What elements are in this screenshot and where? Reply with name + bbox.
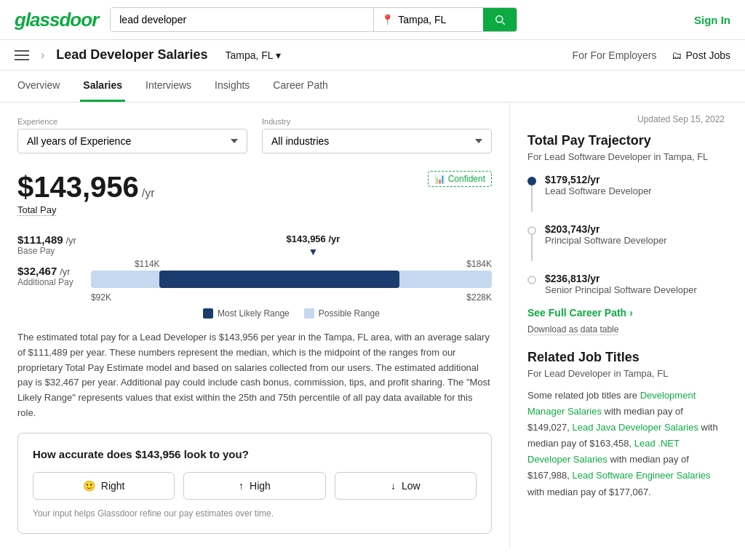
base-pay-amount: $111,489 /yr bbox=[17, 233, 76, 246]
likely-range-bar bbox=[159, 271, 400, 288]
updated-date: Updated Sep 15, 2022 bbox=[527, 114, 725, 124]
experience-dropdown[interactable]: All years of Experience bbox=[17, 129, 247, 153]
dev-manager-link[interactable]: Development Manager Salaries bbox=[527, 390, 696, 417]
hamburger-line bbox=[15, 55, 29, 56]
experience-label: Experience bbox=[17, 117, 247, 126]
range-bar-section: $143,956 /yr ▼ $114K $184K $92K bbox=[91, 233, 492, 319]
breadcrumb-separator: › bbox=[41, 49, 44, 62]
chevron-right-icon: › bbox=[629, 307, 633, 319]
total-pay-label[interactable]: Total Pay bbox=[17, 204, 56, 216]
salary-description: The estimated total pay for a Lead Devel… bbox=[17, 330, 492, 421]
trajectory-role-1: Lead Software Developer bbox=[545, 185, 652, 196]
trajectory-line-2 bbox=[531, 235, 533, 261]
tab-interviews[interactable]: Interviews bbox=[143, 71, 194, 102]
likely-legend-label: Most Likely Range bbox=[218, 308, 290, 319]
range-high-label: $184K bbox=[466, 259, 492, 269]
post-jobs-button[interactable]: 🗂 Post Jobs bbox=[672, 49, 730, 61]
accuracy-buttons: 🙂 Right ↑ High ↓ Low bbox=[33, 472, 477, 500]
related-subtitle: For Lead Developer in Tampa, FL bbox=[527, 368, 725, 379]
likely-legend-item: Most Likely Range bbox=[203, 308, 290, 319]
industry-group: Industry All industries bbox=[262, 117, 492, 153]
logo[interactable]: glassdoor bbox=[15, 9, 98, 31]
trajectory-role-2: Principal Software Developer bbox=[545, 235, 667, 246]
hamburger-line bbox=[15, 59, 29, 60]
possible-legend-item: Possible Range bbox=[304, 308, 380, 319]
accuracy-low-button[interactable]: ↓ Low bbox=[335, 472, 477, 500]
bar-labels: $92K $228K bbox=[91, 292, 492, 303]
accuracy-high-button[interactable]: ↑ High bbox=[183, 472, 325, 500]
experience-group: Experience All years of Experience bbox=[17, 117, 247, 153]
base-pay-label: Base Pay bbox=[17, 246, 76, 256]
briefcase-icon: 🗂 bbox=[672, 49, 682, 61]
trajectory-item-2: $203,743/yr Principal Software Developer bbox=[527, 223, 725, 261]
additional-pay-amount: $32,467 /yr bbox=[17, 265, 76, 277]
possible-legend-dot bbox=[304, 308, 314, 319]
tab-insights[interactable]: Insights bbox=[212, 71, 252, 102]
search-input[interactable] bbox=[111, 8, 373, 31]
bar-legend: Most Likely Range Possible Range bbox=[91, 308, 492, 319]
page-title: Lead Developer Salaries bbox=[56, 47, 207, 63]
location-badge[interactable]: Tampa, FL bbox=[225, 49, 281, 61]
lead-software-eng-link[interactable]: Lead Software Engineer Salaries bbox=[572, 470, 710, 481]
salary-section: 📊 Confident $143,956 /yr Total Pay bbox=[17, 171, 492, 228]
nav-tabs: Overview Salaries Interviews Insights Ca… bbox=[0, 71, 745, 103]
industry-dropdown[interactable]: All industries bbox=[262, 129, 492, 153]
see-career-path-link[interactable]: See Full Career Path › bbox=[527, 307, 725, 319]
main-salary-value: $143,956 bbox=[17, 171, 139, 203]
main-salary-period: /yr bbox=[142, 187, 155, 199]
download-data-link[interactable]: Download as data table bbox=[527, 324, 618, 335]
location-pin-icon: 📍 bbox=[381, 14, 394, 25]
header: glassdoor 📍 Sign In bbox=[0, 0, 745, 40]
trajectory-dot-2 bbox=[527, 226, 536, 235]
pay-details: $111,489 /yr Base Pay $32,467 /yr Additi… bbox=[17, 233, 76, 287]
trajectory-dot-3 bbox=[527, 276, 536, 284]
search-button[interactable] bbox=[483, 8, 517, 31]
additional-pay-label: Additional Pay bbox=[17, 277, 76, 287]
location-input[interactable] bbox=[398, 14, 471, 25]
trajectory-salary-3: $236,813/yr bbox=[545, 273, 697, 284]
location-wrapper: 📍 bbox=[374, 8, 483, 31]
for-employers-link[interactable]: For For Employers bbox=[573, 49, 657, 61]
trajectory-line bbox=[531, 185, 533, 212]
sub-header: › Lead Developer Salaries Tampa, FL For … bbox=[0, 40, 745, 71]
related-title: Related Job Titles bbox=[527, 350, 725, 365]
trajectory-dot-active bbox=[527, 177, 536, 185]
bar-low-label: $92K bbox=[91, 292, 111, 303]
median-salary-label: $143,956 /yr bbox=[287, 233, 340, 244]
tab-salaries[interactable]: Salaries bbox=[80, 71, 125, 102]
main-salary-display: $143,956 /yr bbox=[17, 171, 492, 204]
left-panel: Experience All years of Experience Indus… bbox=[0, 103, 509, 548]
trajectory-salary-2: $203,743/yr bbox=[545, 223, 667, 235]
median-arrow-icon: ▼ bbox=[308, 246, 319, 257]
tab-overview[interactable]: Overview bbox=[15, 71, 63, 102]
trajectory-role-3: Senior Principal Software Developer bbox=[545, 284, 697, 295]
accuracy-box: How accurate does $143,956 look to you? … bbox=[17, 433, 492, 534]
search-bar: 📍 bbox=[110, 7, 517, 32]
lead-net-link[interactable]: Lead .NET Developer Salaries bbox=[527, 438, 680, 465]
smiley-icon: 🙂 bbox=[83, 480, 95, 492]
hamburger-line bbox=[15, 50, 29, 52]
likely-legend-dot bbox=[203, 308, 213, 319]
possible-legend-label: Possible Range bbox=[319, 308, 380, 319]
lead-java-link[interactable]: Lead Java Developer Salaries bbox=[572, 422, 698, 433]
arrow-up-icon: ↑ bbox=[239, 480, 244, 492]
trajectory-list: $179,512/yr Lead Software Developer $203… bbox=[527, 174, 725, 295]
related-text: Some related job titles are Development … bbox=[527, 388, 725, 500]
accuracy-right-button[interactable]: 🙂 Right bbox=[33, 472, 175, 500]
tab-career-path[interactable]: Career Path bbox=[270, 71, 330, 102]
trajectory-item-3: $236,813/yr Senior Principal Software De… bbox=[527, 273, 725, 295]
trajectory-title: Total Pay Trajectory bbox=[527, 133, 725, 148]
trajectory-subtitle: For Lead Software Developer in Tampa, FL bbox=[527, 151, 725, 162]
industry-label: Industry bbox=[262, 117, 492, 126]
trajectory-salary-1: $179,512/yr bbox=[545, 174, 652, 185]
hamburger-menu[interactable] bbox=[15, 50, 29, 60]
sub-header-right: For For Employers 🗂 Post Jobs bbox=[573, 49, 730, 61]
arrow-down-icon: ↓ bbox=[391, 480, 396, 492]
accuracy-note: Your input helps Glassdoor refine our pa… bbox=[33, 508, 477, 519]
search-icon bbox=[493, 13, 506, 26]
chart-icon: 📊 bbox=[434, 174, 445, 184]
sign-in-link[interactable]: Sign In bbox=[694, 14, 730, 26]
header-right: Sign In bbox=[694, 14, 730, 26]
dropdowns-row: Experience All years of Experience Indus… bbox=[17, 117, 492, 153]
confident-badge: 📊 Confident bbox=[428, 171, 492, 187]
